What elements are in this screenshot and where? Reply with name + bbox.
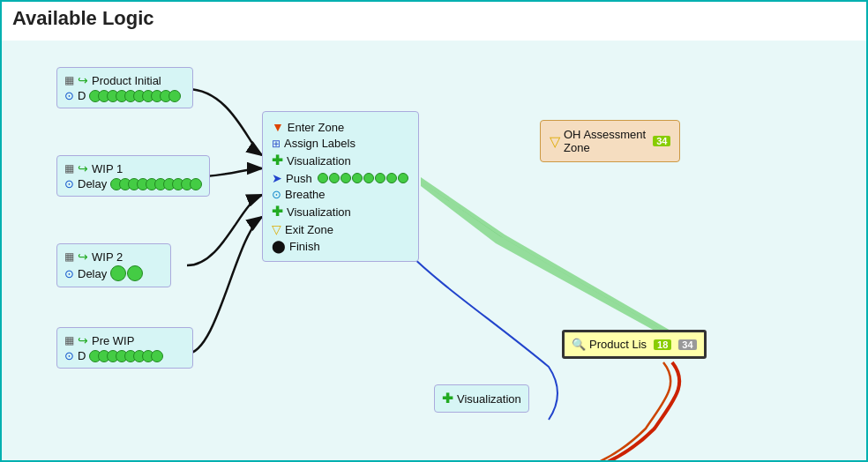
- push-circles: [318, 173, 409, 183]
- product-initial-node: ▦ ↪ Product Initial ⊙ D: [56, 67, 193, 108]
- oh-assessment-label: OH AssessmentZone: [564, 128, 646, 154]
- product-list-badge1: 18: [654, 339, 671, 350]
- logic-center-node: ▼ Enter Zone ⊞ Assign Labels ✚ Visualiza…: [262, 111, 419, 262]
- svg-marker-0: [421, 177, 672, 340]
- wip2-delay: Delay: [78, 267, 107, 280]
- assign-icon: ⊞: [272, 138, 281, 150]
- finish-icon: ⬤: [272, 239, 286, 253]
- arrow-icon-wip1: ↪: [78, 161, 88, 175]
- product-initial-label: Product Initial: [92, 74, 161, 87]
- pre-wip-node: ▦ ↪ Pre WIP ⊙ D: [56, 327, 193, 369]
- logic-row-finish: ⬤ Finish: [272, 239, 409, 253]
- wip2-label: WIP 2: [92, 250, 123, 264]
- logic-finish-label: Finish: [289, 240, 320, 253]
- grid-icon: ▦: [64, 74, 74, 86]
- pre-wip-d: D: [78, 349, 86, 362]
- pre-wip-label: Pre WIP: [92, 334, 134, 347]
- triangle-icon: ▽: [550, 133, 560, 150]
- clock-icon-wip2: ⊙: [64, 267, 74, 280]
- logic-viz1-label: Visualization: [287, 154, 351, 168]
- viz-bottom-label: Visualization: [457, 392, 521, 406]
- wip1-circles: [110, 178, 202, 190]
- viz-bottom-node: ✚ Visualization: [434, 384, 529, 413]
- wip2-node: ▦ ↪ WIP 2 ⊙ Delay: [56, 243, 171, 287]
- push-icon: ➤: [272, 171, 282, 185]
- arrow-icon-wip2: ↪: [78, 250, 88, 264]
- plus-icon-vb: ✚: [442, 391, 453, 406]
- grid-icon-wip2: ▦: [64, 250, 74, 263]
- logic-enter-label: Enter Zone: [288, 121, 344, 134]
- logic-row-exit: ▽ Exit Zone: [272, 222, 409, 236]
- logic-row-viz1: ✚ Visualization: [272, 153, 409, 168]
- oh-assessment-node: ▽ OH AssessmentZone 34: [540, 120, 680, 162]
- product-initial-d: D: [78, 89, 86, 102]
- grid-icon-prewip: ▦: [64, 334, 74, 346]
- product-list-node: 🔍 Product Lis 18 34: [562, 330, 707, 359]
- viz-bottom-row: ✚ Visualization: [442, 391, 521, 406]
- wip1-label: WIP 1: [92, 162, 123, 175]
- magnify-icon: 🔍: [572, 338, 586, 351]
- plus-icon-viz1: ✚: [272, 153, 283, 168]
- clock-icon: ⊙: [64, 89, 74, 102]
- wip1-node: ▦ ↪ WIP 1 ⊙ Delay: [56, 155, 210, 197]
- logic-assign-label: Assign Labels: [284, 137, 355, 150]
- logic-row-viz2: ✚ Visualization: [272, 204, 409, 220]
- clock-icon-wip1: ⊙: [64, 177, 74, 190]
- main-container: Available Logic: [0, 0, 868, 462]
- oh-assessment-row: ▽ OH AssessmentZone 34: [550, 128, 670, 154]
- logic-row-push: ➤ Push: [272, 171, 409, 185]
- wip1-delay: Delay: [78, 177, 107, 190]
- logic-row-breathe: ⊙ Breathe: [272, 188, 409, 201]
- canvas-area: ▦ ↪ Product Initial ⊙ D ▦ ↪ WIP 1 ⊙ Dela…: [2, 41, 866, 460]
- arrow-icon-prewip: ↪: [78, 333, 88, 347]
- product-list-row: 🔍 Product Lis 18 34: [572, 338, 697, 351]
- pre-wip-circles: [89, 350, 163, 362]
- breathe-icon: ⊙: [272, 188, 281, 201]
- product-list-badge2: 34: [678, 339, 696, 350]
- product-list-label: Product Lis: [589, 338, 647, 351]
- logic-row-enter: ▼ Enter Zone: [272, 120, 409, 134]
- logic-viz2-label: Visualization: [287, 205, 351, 219]
- logic-exit-label: Exit Zone: [285, 223, 333, 236]
- logic-push-label: Push: [286, 172, 312, 185]
- page-title: Available Logic: [2, 2, 866, 35]
- svg-marker-1: [421, 182, 672, 336]
- wip2-circles: [110, 265, 144, 281]
- exit-icon: ▽: [272, 222, 281, 236]
- enter-icon: ▼: [272, 120, 284, 134]
- grid-icon-wip1: ▦: [64, 162, 74, 175]
- clock-icon-prewip: ⊙: [64, 349, 74, 362]
- oh-badge: 34: [653, 136, 670, 146]
- plus-icon-viz2: ✚: [272, 204, 283, 220]
- logic-row-assign: ⊞ Assign Labels: [272, 137, 409, 150]
- logic-breathe-label: Breathe: [285, 188, 326, 201]
- arrow-icon: ↪: [78, 73, 88, 87]
- product-initial-circles: [89, 90, 181, 102]
